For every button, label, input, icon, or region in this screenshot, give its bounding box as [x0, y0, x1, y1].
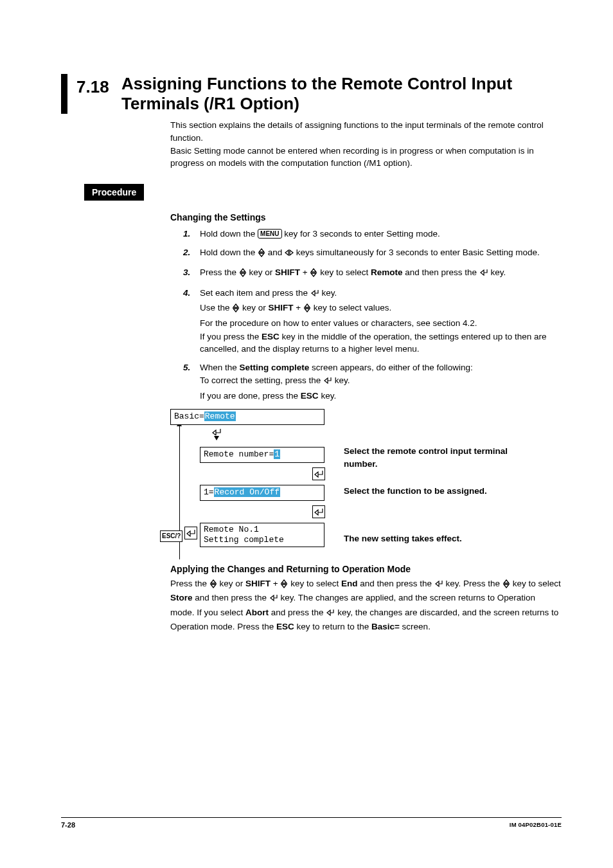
up-down-icon [310, 268, 317, 281]
step-number: 3. [183, 266, 200, 282]
flow-diagram: Basic=Remote Remote number=1 1=Record On… [170, 409, 562, 547]
apply-body: Press the key or SHIFT + key to select E… [170, 577, 562, 633]
step-number: 4. [183, 287, 200, 356]
section-title: Assigning Functions to the Remote Contro… [121, 74, 562, 114]
enter-icon [184, 527, 197, 539]
enter-icon [269, 593, 278, 606]
up-down-icon [280, 579, 288, 592]
step-body: Press the key or SHIFT + key to select R… [200, 266, 562, 282]
page-footer: 7-28 IM 04P02B01-01E [61, 817, 562, 831]
enter-icon [434, 579, 443, 592]
up-down-icon [232, 303, 240, 316]
diagram-anno-2: Select the function to be assigned. [344, 485, 487, 498]
section-header: 7.18 Assigning Functions to the Remote C… [61, 74, 562, 114]
step-body: When the Setting complete screen appears… [200, 361, 562, 403]
enter-icon [479, 268, 488, 281]
doc-id: IM 04P02B01-01E [510, 820, 562, 831]
back-icon [312, 467, 325, 480]
intro-p2: Basic Setting mode cannot be entered whe… [170, 145, 562, 170]
enter-icon [326, 608, 335, 621]
intro-p1: This section explains the details of ass… [170, 119, 562, 144]
up-down-icon [258, 248, 265, 261]
intro-text: This section explains the details of ass… [170, 119, 562, 169]
diagram-anno-1: Select the remote control input terminal… [344, 445, 537, 470]
diagram-cell-complete: Remote No.1 Setting complete [200, 523, 324, 548]
diagram-cell-basic: Basic=Remote [170, 409, 324, 425]
page-content: 7.18 Assigning Functions to the Remote C… [0, 0, 613, 633]
procedure-label: Procedure [84, 184, 144, 201]
step-number: 2. [183, 246, 200, 262]
enter-icon [310, 289, 319, 302]
changing-settings-heading: Changing the Settings [170, 211, 562, 224]
enter-down-icon [210, 426, 223, 440]
up-down-icon [239, 268, 247, 281]
step-body: Hold down the MENU key for 3 seconds to … [200, 228, 562, 241]
header-bar [61, 74, 67, 114]
page-number: 7-28 [61, 820, 75, 831]
enter-icon [323, 376, 332, 389]
apply-heading: Applying the Changes and Returning to Op… [170, 563, 562, 575]
up-down-icon [209, 579, 217, 592]
menu-key: MENU [258, 229, 281, 239]
up-down-icon [303, 303, 311, 316]
back-icon [312, 505, 325, 518]
applying-changes: Applying the Changes and Returning to Op… [170, 563, 562, 633]
section-number: 7.18 [76, 74, 121, 100]
step-number: 5. [183, 361, 200, 403]
step-2: 2. Hold down the and keys simultaneously… [183, 246, 562, 262]
step-body: Hold down the and keys simultaneously fo… [200, 246, 562, 262]
step-5: 5. When the Setting complete screen appe… [183, 361, 562, 403]
step-1: 1. Hold down the MENU key for 3 seconds … [183, 228, 562, 241]
up-down-icon [502, 579, 510, 592]
diagram-cell-remote-number: Remote number=1 [200, 447, 324, 463]
step-4: 4. Set each item and press the key. Use … [183, 287, 562, 356]
diagram-anno-3: The new setting takes effect. [344, 532, 462, 545]
step-body: Set each item and press the key. Use the… [200, 287, 562, 356]
step-number: 1. [183, 228, 200, 241]
esc-label: ESC/? [160, 530, 182, 543]
diagram-cell-function: 1=Record On/Off [200, 485, 324, 501]
left-right-icon [285, 248, 294, 261]
step-3: 3. Press the key or SHIFT + key to selec… [183, 266, 562, 282]
